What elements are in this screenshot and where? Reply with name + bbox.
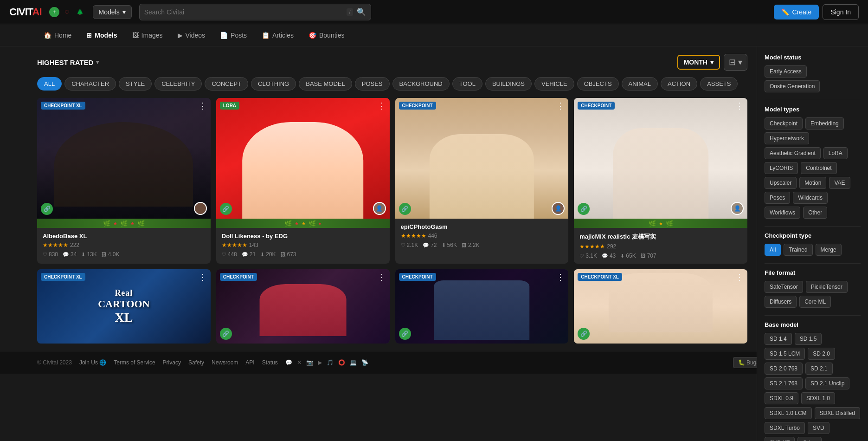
card-menu-bottom-2[interactable]: ⋮ [378, 273, 386, 281]
search-icon[interactable]: 🔍 [357, 7, 366, 16]
category-background[interactable]: BACKGROUND [392, 77, 450, 91]
sort-button[interactable]: HIGHEST RATED ▾ [37, 58, 99, 66]
category-style[interactable]: STYLE [119, 77, 152, 91]
nav-item-posts[interactable]: 📄 Posts [213, 28, 253, 43]
footer-link-tos[interactable]: Terms of Service [114, 359, 155, 366]
heart-icon[interactable]: ♡ [62, 7, 72, 17]
filter-tag-sd15lcm[interactable]: SD 1.5 LCM [765, 348, 805, 360]
category-animal[interactable]: ANIMAL [622, 77, 658, 91]
create-button[interactable]: ✏️ Create [774, 5, 819, 19]
nav-item-articles[interactable]: 📋 Articles [255, 28, 300, 43]
card-menu-4[interactable]: ⋮ [735, 102, 744, 110]
model-card-realcartoon[interactable]: Real CARTOON XL CHECKPOINT XL ⋮ [37, 269, 211, 344]
footer-link-joinus[interactable]: Join Us 🌐 [79, 359, 106, 366]
category-clothing[interactable]: CLOTHING [251, 77, 296, 91]
nav-item-home[interactable]: 🏠 Home [37, 28, 78, 43]
filter-tag-workflows[interactable]: Workflows [765, 207, 800, 219]
filter-tag-checkpoint[interactable]: Checkpoint [765, 117, 803, 130]
filter-button[interactable]: ⊟ ▾ [724, 54, 747, 71]
filter-tag-other-type[interactable]: Other [803, 207, 827, 219]
filter-tag-aesthetic-gradient[interactable]: Aesthetic Gradient [765, 147, 821, 159]
category-celebrity[interactable]: CELEBRITY [154, 77, 202, 91]
filter-tag-lora[interactable]: LoRA [823, 147, 848, 159]
nav-item-images[interactable]: 🖼 Images [126, 28, 169, 43]
category-assets[interactable]: ASSETS [700, 77, 738, 91]
card-menu-3[interactable]: ⋮ [556, 102, 565, 110]
footer-link-status[interactable]: Status [262, 359, 278, 366]
filter-tag-sd20[interactable]: SD 2.0 [808, 348, 835, 360]
footer-link-safety[interactable]: Safety [188, 359, 204, 366]
card-image-4: CHECKPOINT ⋮ 🔗 👤 [574, 98, 747, 219]
card-badge-2: LORA [220, 102, 239, 110]
category-character[interactable]: CHARACTER [64, 77, 116, 91]
youtube-icon[interactable]: ▶ [318, 359, 322, 366]
filter-tag-wildcards[interactable]: Wildcards [793, 192, 828, 204]
time-period-button[interactable]: MONTH ▾ [677, 55, 720, 70]
card-menu-1[interactable]: ⋮ [199, 102, 207, 110]
card-menu-2[interactable]: ⋮ [378, 102, 386, 110]
filter-format-tags: SafeTensor PickleTensor Diffusers Core M… [765, 281, 861, 308]
filter-tag-coreml[interactable]: Core ML [799, 296, 831, 308]
rss-icon[interactable]: 📡 [361, 359, 368, 366]
filter-tag-onsite[interactable]: Onsite Generation [765, 80, 820, 92]
tiktok-icon[interactable]: 🎵 [327, 359, 334, 366]
nav-item-models[interactable]: ⊞ Models [80, 28, 123, 43]
model-card-bottom-2[interactable]: CHECKPOINT ⋮ 🔗 [216, 269, 390, 344]
filter-tag-motion[interactable]: Motion [799, 177, 826, 189]
filter-tag-sd14[interactable]: SD 1.4 [765, 333, 792, 345]
filter-tag-poses[interactable]: Poses [765, 192, 790, 204]
filter-tag-early-access[interactable]: Early Access [765, 65, 807, 78]
filter-tag-merge[interactable]: Merge [816, 244, 842, 256]
model-card-bottom-3[interactable]: CHECKPOINT ⋮ 🔗 [395, 269, 569, 344]
discord-icon[interactable]: 💬 [285, 359, 292, 366]
card-menu-bottom-4[interactable]: ⋮ [735, 273, 744, 281]
reddit-icon[interactable]: ⭕ [338, 359, 345, 366]
card-menu-bottom-1[interactable]: ⋮ [199, 273, 207, 281]
card-badge-4: CHECKPOINT [578, 102, 615, 110]
filter-tag-pickletensor[interactable]: PickleTensor [806, 281, 848, 293]
filter-tag-hypernetwork[interactable]: Hypernetwork [765, 132, 809, 144]
category-buildings[interactable]: BUILDINGS [485, 77, 532, 91]
filter-tag-lycoris[interactable]: LyCORIS [765, 162, 798, 174]
model-card-majic[interactable]: CHECKPOINT ⋮ 🔗 👤 🌿 ★ 🌿 majicMIX realisti… [574, 98, 747, 264]
model-card-albedo[interactable]: CHECKPOINT XL ⋮ 🔗 🌿 ★ 🌿 ★ 🌿 AlbedoBase X… [37, 98, 211, 264]
category-concept[interactable]: CONCEPT [205, 77, 248, 91]
filter-tag-safetensor[interactable]: SafeTensor [765, 281, 803, 293]
nav-item-bounties[interactable]: 🎯 Bounties [302, 28, 351, 43]
filter-tag-sd15[interactable]: SD 1.5 [795, 333, 822, 345]
category-action[interactable]: ACTION [661, 77, 697, 91]
category-base-model[interactable]: BASE MODEL [299, 77, 352, 91]
plus-icon[interactable]: ＋ [49, 7, 59, 17]
filter-tag-vae[interactable]: VAE [829, 177, 850, 189]
card-menu-bottom-3[interactable]: ⋮ [556, 273, 565, 281]
model-card-epic[interactable]: CHECKPOINT ⋮ 🔗 👤 epiCPhotoGasm ★★★★★ 446… [395, 98, 569, 264]
category-objects[interactable]: OBJECTS [577, 77, 619, 91]
footer-link-newsroom[interactable]: Newsroom [212, 359, 238, 366]
filter-tag-embedding[interactable]: Embedding [805, 117, 844, 130]
instagram-icon[interactable]: 📷 [306, 359, 313, 366]
github-icon[interactable]: 💻 [350, 359, 357, 366]
twitter-icon[interactable]: ✕ [297, 359, 302, 366]
filter-tag-diffusers[interactable]: Diffusers [765, 296, 797, 308]
footer-link-privacy[interactable]: Privacy [163, 359, 181, 366]
search-type-button[interactable]: Models ▾ [93, 5, 132, 19]
filter-format-title: File format [765, 269, 861, 276]
category-poses[interactable]: POSES [355, 77, 390, 91]
filter-tag-upscaler[interactable]: Upscaler [765, 177, 797, 189]
nav-item-videos[interactable]: ▶ Videos [171, 28, 212, 43]
search-input[interactable] [144, 8, 343, 16]
category-all[interactable]: ALL [37, 77, 62, 91]
filter-tag-trained[interactable]: Trained [784, 244, 812, 256]
model-card-doll[interactable]: LORA ⋮ 🔗 👤 🌿 ★ ★ 🌿 ♦ Doll Likeness - by … [216, 98, 390, 264]
tree-icon[interactable]: 🌲 [75, 7, 85, 17]
filter-tag-controlnet[interactable]: Controlnet [801, 162, 836, 174]
model-card-bottom-4[interactable]: CHECKPOINT XL ⋮ 🔗 [574, 269, 747, 344]
category-vehicle[interactable]: VEHICLE [534, 77, 574, 91]
filter-tag-all-checkpoint[interactable]: All [765, 244, 781, 256]
footer-link-api[interactable]: API [245, 359, 254, 366]
category-tool[interactable]: TOOL [452, 77, 482, 91]
filter-tag-sd20-768[interactable]: SD 2.0 768 [765, 363, 803, 374]
logo[interactable]: CIVITAI [9, 6, 42, 18]
signin-button[interactable]: Sign In [823, 4, 859, 20]
filter-tag-sd21[interactable]: SD 2.1 [805, 363, 833, 374]
